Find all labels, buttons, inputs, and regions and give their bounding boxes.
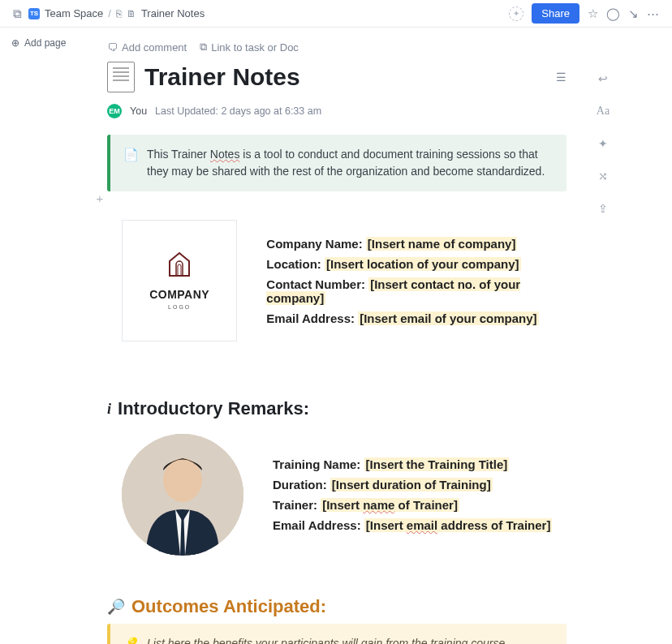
- trainer-email-label: Email Address:: [273, 518, 364, 532]
- outcomes-callout[interactable]: 💡 List here the benefits your participan…: [107, 624, 566, 644]
- author-avatar[interactable]: EM: [107, 104, 122, 118]
- more-icon[interactable]: ⋯: [647, 6, 659, 21]
- breadcrumb: TS Team Space / ⎘ 🗎 Trainer Notes: [28, 7, 205, 19]
- company-location-field: Location: [Insert location of your compa…: [266, 257, 566, 271]
- trainer-name-label: Trainer:: [273, 498, 321, 512]
- add-page-label: Add page: [24, 37, 66, 49]
- callout-notes-link: Notes: [210, 148, 240, 161]
- sidebar-toggle-icon[interactable]: ⧉: [13, 6, 22, 21]
- add-comment-label: Add comment: [122, 41, 187, 54]
- company-block: COMPANY LOGO Company Name: [Insert name …: [122, 220, 566, 341]
- intro-remarks-text: Introductory Remarks:: [118, 398, 309, 419]
- info-icon: i: [107, 401, 111, 418]
- outcomes-heading[interactable]: 🔎 Outcomes Anticipated:: [107, 596, 566, 617]
- download-icon[interactable]: ↘: [628, 6, 639, 21]
- doc-actions: 🗨 Add comment ⧉ Link to task or Doc: [107, 41, 566, 54]
- outcomes-heading-text: Outcomes Anticipated:: [131, 596, 326, 617]
- training-duration-field: Duration: [Insert duration of Training]: [273, 478, 552, 492]
- company-name-value: [Insert name of company]: [366, 237, 518, 251]
- breadcrumb-doc[interactable]: Trainer Notes: [141, 7, 205, 19]
- comments-icon[interactable]: ◯: [606, 6, 620, 21]
- intro-callout-text: This Trainer Notes is a tool to conduct …: [147, 146, 554, 180]
- trainer-email-value: [Insert email address of Trainer]: [364, 518, 553, 532]
- training-name-value: [Insert the Training Title]: [364, 457, 510, 471]
- tag-icon: ⧉: [200, 41, 207, 54]
- bulb-icon: 💡: [123, 635, 139, 644]
- breadcrumb-space[interactable]: Team Space: [45, 7, 103, 19]
- add-comment-action[interactable]: 🗨 Add comment: [107, 41, 187, 54]
- company-contact-label: Contact Number:: [266, 277, 368, 291]
- last-updated: Last Updated: 2 days ago at 6:33 am: [155, 105, 321, 117]
- meta-row: EM You Last Updated: 2 days ago at 6:33 …: [107, 104, 566, 118]
- shuffle-icon[interactable]: ⤭: [598, 170, 608, 182]
- page-emoji-icon[interactable]: [107, 62, 135, 92]
- author-name: You: [130, 105, 147, 117]
- company-name-label: Company Name:: [266, 237, 366, 251]
- company-email-field: Email Address: [Insert email of your com…: [266, 311, 566, 325]
- page-layout: Add page 🗨 Add comment ⧉ Link to task or…: [0, 28, 672, 644]
- company-email-label: Email Address:: [266, 311, 358, 325]
- trainer-photo[interactable]: [122, 434, 243, 556]
- collapse-icon[interactable]: ↩: [598, 72, 608, 85]
- training-duration-value: [Insert duration of Training]: [330, 478, 493, 492]
- breadcrumb-separator: /: [108, 7, 111, 19]
- trainer-name-value: [Insert name of Trainer]: [321, 498, 459, 512]
- trainer-email-field: Email Address: [Insert email address of …: [273, 518, 552, 532]
- doc-icon: 🗎: [127, 8, 136, 19]
- training-fields[interactable]: Training Name: [Insert the Training Titl…: [273, 457, 552, 532]
- outline-icon[interactable]: ☰: [556, 71, 566, 84]
- topbar: ⧉ TS Team Space / ⎘ 🗎 Trainer Notes ✦ Sh…: [0, 0, 672, 28]
- page-icon: 📄: [123, 146, 139, 180]
- intro-callout[interactable]: 📄 This Trainer Notes is a tool to conduc…: [107, 135, 566, 191]
- logo-word: COMPANY: [149, 288, 209, 301]
- typography-icon[interactable]: Aa: [597, 105, 610, 118]
- company-location-value: [Insert location of your company]: [325, 257, 521, 271]
- training-name-label: Training Name:: [273, 457, 364, 471]
- title-row: Trainer Notes ☰: [107, 62, 566, 92]
- left-gutter: Add page: [0, 28, 107, 644]
- company-logo[interactable]: COMPANY LOGO: [122, 220, 237, 341]
- copy-icon[interactable]: ⎘: [116, 8, 122, 19]
- add-block-button[interactable]: +: [93, 191, 107, 205]
- training-name-field: Training Name: [Insert the Training Titl…: [273, 457, 552, 471]
- link-task-action[interactable]: ⧉ Link to task or Doc: [200, 41, 299, 54]
- company-fields[interactable]: Company Name: [Insert name of company] L…: [266, 237, 566, 325]
- intro-remarks-heading[interactable]: i Introductory Remarks:: [107, 398, 566, 419]
- link-task-label: Link to task or Doc: [211, 41, 299, 54]
- favorite-star-icon[interactable]: ☆: [588, 6, 598, 21]
- company-email-value: [Insert email of your company]: [358, 311, 538, 325]
- callout-text-a: This Trainer: [147, 148, 210, 161]
- trainer-block: Training Name: [Insert the Training Titl…: [122, 434, 566, 556]
- export-icon[interactable]: ⇪: [598, 202, 608, 215]
- workspace-icon: TS: [28, 8, 40, 19]
- document-body: 🗨 Add comment ⧉ Link to task or Doc Trai…: [107, 28, 586, 644]
- trainer-name-field: Trainer: [Insert name of Trainer]: [273, 498, 552, 512]
- page-title[interactable]: Trainer Notes: [144, 63, 300, 91]
- logo-subtext: LOGO: [168, 304, 191, 310]
- magnifier-icon: 🔎: [107, 598, 125, 616]
- logo-mark-icon: [167, 251, 192, 285]
- comment-icon: 🗨: [107, 41, 118, 54]
- activity-icon[interactable]: ✦: [509, 6, 523, 21]
- share-button[interactable]: Share: [532, 3, 579, 24]
- right-rail: ↩ Aa ✦ ⤭ ⇪: [586, 28, 620, 644]
- add-page-button[interactable]: Add page: [11, 37, 101, 49]
- training-duration-label: Duration:: [273, 478, 330, 492]
- company-contact-field: Contact Number: [Insert contact no. of y…: [266, 277, 566, 305]
- ai-icon[interactable]: ✦: [598, 137, 608, 150]
- company-name-field: Company Name: [Insert name of company]: [266, 237, 566, 251]
- outcomes-callout-text: List here the benefits your participants…: [147, 635, 508, 644]
- company-location-label: Location:: [266, 257, 325, 271]
